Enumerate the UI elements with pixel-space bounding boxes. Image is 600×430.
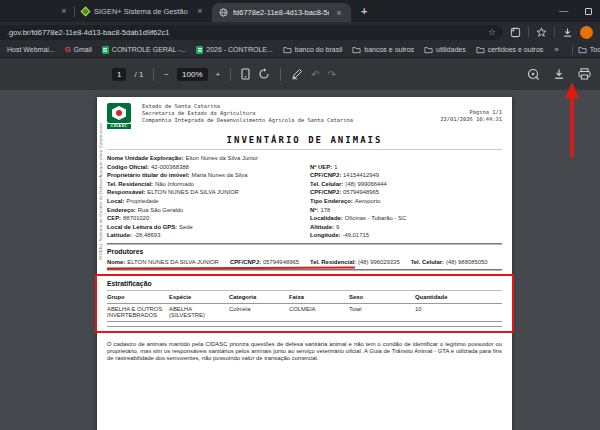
address-bar[interactable]: .gov.br/fd6778e2-11e8-4d13-bac8-5dab1d9f… [0,25,503,40]
bookmarks-bar: Host Webmai... G Gmail CONTROLE GERAL -.… [0,42,600,58]
field-value: Propriedade [126,197,158,206]
field-value: Aeroporto [355,197,381,206]
close-icon[interactable]: × [59,6,69,16]
document-sidebar-text: SIGEN+ Sistema de Gestão da Defesa Agrop… [98,123,103,260]
annotate-text-icon[interactable] [527,68,540,81]
bookmark-folder[interactable]: utilidades [419,46,471,54]
cidasc-logo: CIDASC [107,103,133,129]
fit-page-button[interactable] [241,68,250,80]
globe-icon [219,8,228,17]
bookmark-folder[interactable]: bancos e outros [347,46,419,54]
field-value: 05794948965 [343,188,379,197]
red-underline-annotation [107,266,355,269]
header-meta: Página 1/1 22/01/2026 10:44:31 [440,103,502,129]
toolbar-divider [230,68,231,81]
section-divider [107,243,502,245]
bookmark-item[interactable]: Host Webmai... [2,46,60,53]
bookmark-item[interactable]: CONTROLE GERAL -... [97,46,191,54]
document-title: INVENTÁRIO DE ANIMAIS [107,135,502,145]
field-label: Localidade: [310,214,343,223]
toolbar-divider [153,68,154,81]
field-value: 14154412949 [343,171,379,180]
org-lines: Estado de Santa Catarina Secretaria de E… [142,103,353,129]
field-value: (48) 988085050 [446,258,488,266]
field-label: Nº: [310,206,318,215]
pdf-right-controls [527,58,591,90]
spreadsheet-icon [196,46,203,54]
column-header: Quantidade [415,294,502,300]
table-header: Grupo Espécie Categoria Faixa Sexo Quant… [107,290,502,304]
document-footer-text: O cadastro de animais mantido pela CIDAS… [107,341,502,362]
bookmark-label: utilidades [436,46,466,53]
print-button[interactable] [578,68,591,80]
document-header: CIDASC Estado de Santa Catarina Secretar… [107,103,502,129]
tab-active-pdf[interactable]: fd6778e2-11e8-4d13-bac8-5da × [212,3,351,22]
field-value: Não Informado [155,180,194,189]
field-label: CPF/CNPJ: [310,188,341,197]
side-panel-icon[interactable] [510,27,521,38]
extensions-icon[interactable] [536,27,547,38]
download-button[interactable] [553,68,565,80]
minimize-button[interactable]: — [559,6,568,16]
close-icon[interactable]: × [195,6,205,16]
downloads-toolbar-icon[interactable] [562,27,573,38]
field-row: Local:Propriedade Tipo Endereço:Aeroport… [107,197,502,206]
field-label: Tel. Residencial: [310,258,356,266]
field-value: Rua São Geraldo [138,206,184,215]
field-label: Nome: [107,258,125,266]
tab-cutoff[interactable]: × [0,0,74,22]
rotate-button[interactable] [258,68,270,80]
field-label: Responsável: [107,188,145,197]
zoom-in-button[interactable]: + [216,70,221,79]
toolbar-divider [554,27,555,37]
red-box-annotation: Estratificação Grupo Espécie Categoria F… [95,274,514,333]
pdf-page: SIGEN+ Sistema de Gestão da Defesa Agrop… [97,97,512,430]
field-row: CEP:88701020 Localidade:Oficinas - Tubar… [107,214,502,223]
field-value: 88701020 [123,214,149,223]
bookmark-label: CONTROLE GERAL -... [112,46,186,53]
bookmark-label: Gmail [74,46,92,53]
bookmark-folder[interactable]: certidoes e outros [471,46,549,54]
field-row: Responsável:ELTON NUNES DA SILVA JUNIOR … [107,188,502,197]
all-bookmarks-folder[interactable]: Todos os fa [573,46,600,54]
page-number-input[interactable]: 1 [112,68,126,81]
field-label: Tipo Endereço: [310,197,353,206]
bookmark-item[interactable]: 2026 - CONTROLE... [191,46,278,54]
bookmark-label: banco do brasil [295,46,342,53]
field-label: CEP: [107,214,121,223]
field-label: Tel. Celular: [310,180,343,189]
sigen-logo-icon [81,6,91,16]
column-header: Grupo [107,294,169,300]
new-tab-button[interactable]: + [361,5,367,17]
close-icon[interactable]: × [334,8,344,18]
bookmark-label: certidoes e outros [488,46,544,53]
draw-annotate-button[interactable] [291,68,303,80]
table-cell: 10 [415,306,502,318]
redo-button[interactable]: ↷ [328,69,336,80]
tab-sigen[interactable]: SIGEN+ Sistema de Gestão da × [75,0,212,22]
bookmarks-right: » Todos os fa [548,45,600,55]
field-value: Sede [179,223,193,232]
tab-strip: × SIGEN+ Sistema de Gestão da × fd6778e2… [0,0,600,22]
red-arrow-annotation [564,82,580,158]
field-label: CPF/CNPJ: [310,171,341,180]
estratificacao-title: Estratificação [107,280,502,287]
bookmarks-overflow-icon[interactable]: » [548,45,564,54]
table-empty-row [107,322,502,327]
spreadsheet-icon [102,46,109,54]
pdf-viewport[interactable]: SIGEN+ Sistema de Gestão da Defesa Agrop… [0,90,600,430]
address-toolbar: .gov.br/fd6778e2-11e8-4d13-bac8-5dab1d9f… [0,22,600,42]
bookmark-star-icon[interactable]: ☆ [488,28,496,37]
field-value: 9 [336,223,339,232]
undo-button[interactable]: ↶ [311,69,319,80]
bookmark-item[interactable]: G Gmail [60,45,97,54]
zoom-level-input[interactable]: 100% [177,68,207,81]
bookmark-folder[interactable]: banco do brasil [278,46,347,54]
profile-avatar[interactable] [580,26,593,39]
field-row: Proprietário titular do imóvel:Maria Nun… [107,171,502,180]
tab-title: fd6778e2-11e8-4d13-bac8-5da [233,8,329,17]
field-label: Proprietário titular do imóvel: [107,171,189,180]
table-cell: COLMEIA [289,306,349,318]
maximize-button[interactable] [585,8,592,15]
zoom-out-button[interactable]: − [164,70,169,79]
